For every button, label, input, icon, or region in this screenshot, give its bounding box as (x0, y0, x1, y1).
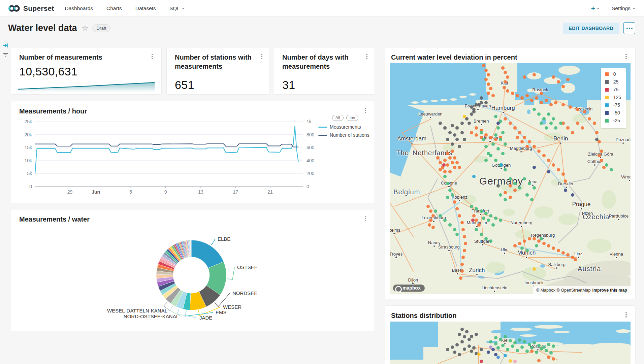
brand-name: Superset (23, 4, 54, 12)
station-dot (446, 182, 449, 185)
station-dot (499, 219, 502, 222)
station-dot (496, 356, 500, 359)
station-dot (480, 101, 483, 104)
border-line (558, 225, 577, 243)
city-marker (476, 274, 478, 275)
filter-icon[interactable] (2, 52, 9, 58)
station-dot (513, 182, 517, 185)
settings-menu[interactable]: Settings (612, 5, 635, 11)
legend-row[interactable]: 0 (605, 71, 621, 77)
stations-map[interactable]: KielRostock (390, 322, 631, 364)
legend-row[interactable]: -25 (605, 118, 621, 123)
station-dot (463, 115, 466, 118)
svg-text:0: 0 (307, 184, 309, 189)
station-dot (509, 184, 512, 188)
legend-swatch (605, 88, 609, 92)
station-dot (480, 96, 483, 100)
new-item-button[interactable]: + (591, 4, 600, 12)
station-dot (487, 92, 490, 95)
station-dot (545, 349, 548, 352)
improve-map-link[interactable]: Improve this map (592, 288, 627, 293)
legend-label: Number of stations (330, 132, 369, 138)
svg-text:0: 0 (29, 184, 32, 189)
station-dot (451, 124, 454, 127)
svg-text:600: 600 (307, 145, 315, 150)
map-label-reims: Reims (390, 228, 400, 233)
filter-panel-strip (0, 39, 11, 364)
land-shape (553, 331, 570, 333)
station-dot (446, 152, 449, 155)
legend-row[interactable]: 75 (605, 87, 621, 92)
station-dot (494, 217, 497, 220)
favorite-star-icon[interactable]: ☆ (82, 24, 89, 33)
map-label-pozna-: Poznań (616, 137, 631, 142)
station-dot (528, 237, 531, 240)
legend-row[interactable]: 125 (605, 95, 621, 100)
more-actions-button[interactable] (623, 22, 635, 34)
svg-text:21: 21 (267, 189, 273, 195)
station-dot (549, 103, 553, 106)
station-dot (494, 342, 497, 345)
legend-row[interactable]: -75 (605, 102, 621, 108)
map-label-the-netherlands: The Netherlands (396, 149, 452, 157)
legend-entry-1[interactable]: Number of stations (318, 132, 372, 138)
station-dot (500, 163, 503, 167)
deviation-map[interactable]: KielRostockSzczecinLeeuwardenBremerhaven… (390, 63, 631, 294)
chart-menu-kebab[interactable] (259, 53, 265, 60)
station-dot (446, 138, 449, 141)
chart-menu-kebab[interactable] (623, 53, 629, 60)
land-shape (558, 213, 578, 225)
station-dot (487, 351, 490, 354)
chart-menu-kebab[interactable] (149, 53, 155, 60)
pie-label: WESEL-DATTELN-KANAL (107, 308, 167, 313)
legend-all-button[interactable]: All (332, 115, 344, 121)
nav-item-sql[interactable]: SQL (169, 5, 185, 11)
station-dot (576, 108, 579, 111)
station-dot (547, 112, 550, 116)
legend-entry-0[interactable]: Measurements (318, 124, 372, 130)
attribution-text[interactable]: © Mapbox © OpenStreetMap (536, 288, 591, 293)
station-dot (554, 126, 557, 130)
legend-label: Measurements (330, 124, 361, 130)
map-label-bremen: Bremen (474, 119, 489, 124)
map-label-hamburg: Hamburg (491, 105, 515, 111)
chart-menu-kebab[interactable] (364, 53, 370, 60)
station-dot (537, 344, 541, 347)
station-dot (453, 228, 456, 231)
station-dot (545, 99, 548, 102)
plus-icon: + (591, 4, 595, 12)
legend-row[interactable]: 25 (605, 79, 621, 85)
station-dot (460, 340, 464, 343)
station-dot (523, 239, 526, 243)
nav-item-label: Charts (106, 5, 122, 11)
stations-map-card: Stations distribution KielRostock (385, 306, 635, 364)
chart-menu-kebab[interactable] (623, 311, 629, 319)
station-dot (504, 142, 507, 146)
pie-slice-48[interactable] (191, 240, 191, 257)
nav-item-charts[interactable]: Charts (106, 5, 122, 11)
station-dot (518, 242, 521, 245)
edit-dashboard-button[interactable]: EDIT DASHBOARD (563, 23, 619, 34)
kpi-value: 651 (175, 78, 194, 92)
station-dot (484, 159, 488, 162)
station-dot (446, 163, 449, 167)
superset-logo[interactable]: Superset (8, 4, 54, 12)
nav-item-label: SQL (169, 5, 180, 11)
map-legend: 02575125-75-50-25 (601, 68, 626, 128)
station-dot (451, 345, 454, 349)
station-dot (520, 96, 524, 100)
station-dot (446, 196, 449, 199)
legend-row[interactable]: -50 (605, 110, 621, 115)
legend-value: 0 (613, 71, 616, 77)
legend-inv-button[interactable]: Inv (346, 115, 359, 121)
station-dot (501, 66, 505, 70)
expand-filters-icon[interactable] (2, 42, 9, 49)
mapbox-logo[interactable]: mapbox (393, 285, 425, 292)
station-dot (557, 249, 560, 252)
map-label-leeuwarden: Leeuwarden (418, 111, 443, 117)
station-dot (464, 242, 467, 245)
station-dot (503, 86, 506, 89)
nav-item-dashboards[interactable]: Dashboards (65, 5, 93, 11)
station-dot (610, 168, 613, 171)
nav-item-datasets[interactable]: Datasets (135, 5, 156, 11)
